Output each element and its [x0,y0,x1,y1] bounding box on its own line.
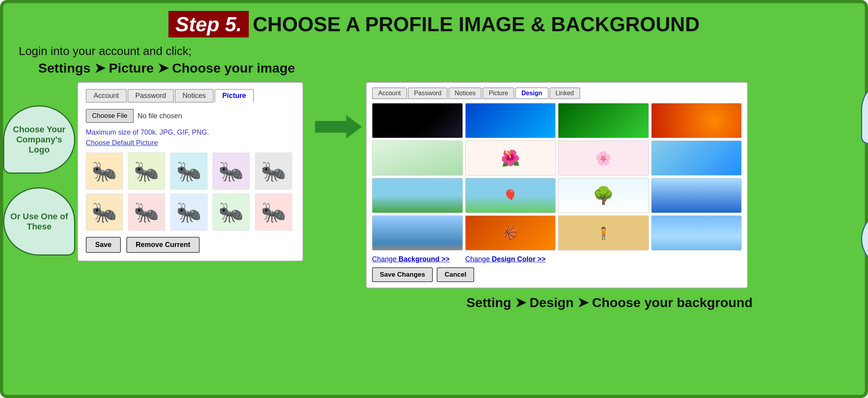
choose-file-button[interactable]: Choose File [86,109,134,123]
choose-default-link[interactable]: Choose Default Picture [86,139,295,147]
ant-grid-row1: 🐜 🐜 🐜 🐜 🐜 [86,153,295,190]
bubble-select-bg: Select Profile Background [861,74,868,144]
bg-option-blue[interactable] [465,103,556,138]
right-tab-password[interactable]: Password [408,87,448,99]
ant-cell-8[interactable]: 🐜 [170,194,207,231]
change-design-color-link[interactable]: Change Design Color >> [465,255,546,263]
right-tab-design[interactable]: Design [515,87,548,99]
bottom-label: Setting ➤ Design ➤ Choose your backgroun… [366,295,853,310]
silhouette-icon: 🧍 [596,226,611,240]
bg-option-floral-red[interactable]: 🌺 [465,140,556,176]
cancel-button[interactable]: Cancel [437,267,474,282]
ant-cell-6[interactable]: 🐜 [86,194,123,231]
right-tab-picture[interactable]: Picture [482,87,514,99]
bottom-buttons: Save Remove Current [86,237,295,253]
ant-cell-3[interactable]: 🐜 [170,153,207,190]
ant-orange2-icon: 🐜 [92,202,117,222]
bg-option-floral-green[interactable] [372,140,463,176]
links-row: Change Background >> Change Design Color… [372,255,742,263]
save-changes-button[interactable]: Save Changes [372,267,433,282]
bg-option-dark[interactable] [372,103,463,138]
right-arrow-icon [315,113,362,140]
ant-black-icon: 🐜 [261,161,286,181]
bg-option-orange[interactable] [651,103,742,138]
content-row: Choose Your Company's Logo Or Use One of… [15,82,853,310]
ant-cell-1[interactable]: 🐜 [86,153,123,190]
basketball-icon: 🏀 [503,226,517,240]
bg-option-sky2[interactable] [651,215,742,251]
page-title: CHOOSE A PROFILE IMAGE & BACKGROUND [253,13,700,36]
tab-notices[interactable]: Notices [175,89,214,103]
ant-teal-icon: 🐜 [176,161,202,181]
ant-cell-2[interactable]: 🐜 [128,153,165,190]
step-label: Step 5. [168,11,249,37]
ant-pink-icon: 🐜 [134,202,159,222]
main-container: Step 5.CHOOSE A PROFILE IMAGE & BACKGROU… [0,0,868,398]
right-tab-bar: Account Password Notices Picture Design … [372,87,742,99]
ant-purple-icon: 🐜 [218,161,244,181]
panel-buttons: Save Changes Cancel [372,267,742,282]
left-tab-bar: Account Password Notices Picture [86,89,295,103]
no-file-label: No file chosen [138,112,182,120]
ant-red-icon: 🐜 [261,202,286,222]
bg-option-white-tree[interactable]: 🌳 [558,178,649,213]
ant-green-icon: 🐜 [134,161,159,181]
bg-option-city[interactable] [372,215,463,251]
left-panel: Choose Your Company's Logo Or Use One of… [15,82,311,261]
bg-panel: Account Password Notices Picture Design … [366,82,748,288]
ant-cell-10[interactable]: 🐜 [255,194,292,231]
right-panel: Select Profile Background Or Build Your … [366,82,853,310]
bg-option-balloons[interactable]: 🎈 [465,178,556,213]
subtitle-text: Login into your account and click; [19,44,853,58]
ant-cell-4[interactable]: 🐜 [213,153,250,190]
arrow-container [311,113,366,140]
right-tab-account[interactable]: Account [372,87,407,99]
bubble-use: Or Use One of These [3,187,75,256]
ant-blue-icon: 🐜 [176,202,202,222]
tab-account[interactable]: Account [86,89,127,103]
right-tab-notices[interactable]: Notices [448,87,482,99]
bubble-logo: Choose Your Company's Logo [3,105,75,174]
settings-line: Settings ➤ Picture ➤ Choose your image [38,60,853,76]
bg-option-silhouette[interactable]: 🧍 [558,215,649,251]
max-size-text: Maximum size of 700k. JPG, GIF, PNG. [86,128,295,137]
svg-marker-0 [315,115,362,139]
ant-grid-row2: 🐜 🐜 🐜 🐜 🐜 [86,194,295,231]
pink-floral-icon: 🌸 [595,150,611,166]
tab-picture[interactable]: Picture [214,89,254,103]
save-button[interactable]: Save [86,237,121,253]
tab-password[interactable]: Password [128,89,174,103]
tree-icon: 🌳 [593,185,614,206]
bg-grid: 🌺 🌸 🎈 🌳 🏀 🧍 [372,103,742,251]
bg-option-meadow[interactable] [372,178,463,213]
bg-option-river-blue[interactable] [651,178,742,213]
picture-panel: Account Password Notices Picture Choose … [77,82,303,261]
remove-current-button[interactable]: Remove Current [126,237,200,253]
bg-option-pink-floral[interactable]: 🌸 [558,140,649,176]
ant-cell-7[interactable]: 🐜 [128,194,165,231]
bg-option-basketball[interactable]: 🏀 [465,215,556,251]
right-tab-linked[interactable]: Linked [549,87,580,99]
ant-cell-5[interactable]: 🐜 [255,153,292,190]
page-header: Step 5.CHOOSE A PROFILE IMAGE & BACKGROU… [15,11,853,37]
bubble-build-brand: Or Build Your Brand With a Custom Image [861,203,868,275]
balloons-icon: 🎈 [503,189,517,203]
bg-option-sky-blue[interactable] [651,140,742,176]
change-background-link[interactable]: Change Background >> [372,255,450,263]
floral-red-icon: 🌺 [501,149,520,167]
ant-green2-icon: 🐜 [218,202,244,222]
bg-option-green[interactable] [558,103,649,138]
ant-cell-9[interactable]: 🐜 [213,194,250,231]
file-row: Choose File No file chosen [86,109,295,123]
ant-orange-icon: 🐜 [92,161,117,181]
